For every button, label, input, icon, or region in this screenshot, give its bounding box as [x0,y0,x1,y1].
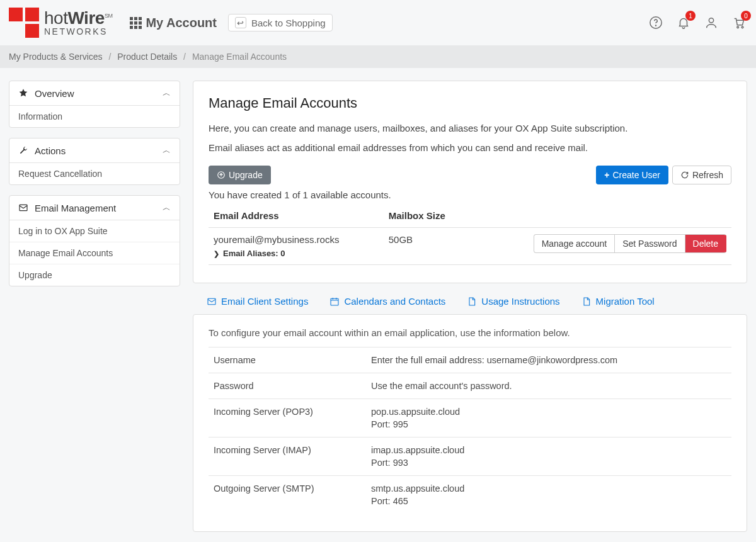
email-aliases-toggle[interactable]: ❯Email Aliases: 0 [214,249,379,258]
star-icon [18,88,28,98]
back-arrow-icon: ↩ [235,17,246,28]
notifications-icon[interactable]: 1 [675,14,692,31]
sidebar-email-header[interactable]: Email Management ︿ [9,196,180,220]
wrench-icon [18,145,28,155]
plus-icon: + [604,170,609,180]
refresh-button[interactable]: Refresh [672,166,731,184]
breadcrumb-products[interactable]: My Products & Services [9,52,103,62]
tab-usage-instructions[interactable]: Usage Instructions [467,296,559,307]
breadcrumb-details[interactable]: Product Details [117,52,177,62]
document-icon [467,296,477,307]
cart-badge: 0 [741,11,751,21]
set-password-button[interactable]: Set Password [614,234,684,253]
breadcrumb-current: Manage Email Accounts [192,52,287,62]
chevron-up-icon: ︿ [163,145,171,156]
sidebar-overview-header[interactable]: Overview ︿ [9,81,180,106]
manage-account-button[interactable]: Manage account [534,234,615,253]
page-title: Manage Email Accounts [209,95,731,111]
settings-row-imap: Incoming Server (IMAP) imap.us.appsuite.… [209,438,731,476]
svg-point-2 [709,18,713,23]
breadcrumb: My Products & Services / Product Details… [0,45,756,68]
sidebar-item-information[interactable]: Information [9,106,180,127]
svg-rect-8 [331,298,338,305]
svg-rect-7 [208,298,215,304]
envelope-icon [207,296,217,307]
logo[interactable]: hotWireSM NETWORKS [9,8,112,38]
sidebar-actions-panel: Actions ︿ Request Cancellation [9,138,180,185]
settings-row-password: Password Use the email account's passwor… [209,373,731,399]
th-size: Mailbox Size [384,204,470,228]
row-actions: Manage account Set Password Delete [474,234,726,253]
sidebar: Overview ︿ Information Actions ︿ Request… [9,81,180,296]
tab-migration-tool[interactable]: Migration Tool [581,296,655,307]
chevron-right-icon: ❯ [214,250,219,257]
page-desc-1: Here, you can create and manage users, m… [209,121,731,135]
notifications-badge: 1 [685,11,696,21]
sidebar-item-login-ox[interactable]: Log in to OX App Suite [9,220,180,242]
upgrade-button[interactable]: Upgrade [209,166,271,184]
accounts-table: Email Address Mailbox Size youremail@myb… [209,204,731,265]
svg-point-3 [737,26,739,28]
row-email: youremail@mybusiness.rocks [214,234,379,245]
row-size: 50GB [384,228,470,265]
sidebar-item-cancel[interactable]: Request Cancellation [9,163,180,184]
settings-section: Email Client Settings Calendars and Cont… [193,296,747,532]
page-desc-2: Email aliases act as additional email ad… [209,141,731,154]
settings-tabs: Email Client Settings Calendars and Cont… [193,296,747,314]
settings-card: To configure your email account within a… [193,314,747,532]
top-header: hotWireSM NETWORKS My Account ↩ Back to … [0,0,756,45]
upgrade-icon [217,171,226,179]
calendar-icon [329,296,340,307]
svg-point-1 [655,25,656,26]
create-user-button[interactable]: + Create User [596,166,668,184]
sidebar-actions-header[interactable]: Actions ︿ [9,138,180,163]
chevron-up-icon: ︿ [163,202,171,213]
back-to-shopping-button[interactable]: ↩ Back to Shopping [228,14,333,31]
settings-row-smtp: Outgoing Server (SMTP) smtp.us.appsuite.… [209,476,731,514]
logo-mark [9,8,39,38]
manage-email-card: Manage Email Accounts Here, you can crea… [193,81,747,283]
top-right-icons: 1 0 [648,14,747,31]
document-icon [581,296,592,307]
sidebar-item-upgrade[interactable]: Upgrade [9,264,180,286]
table-row: youremail@mybusiness.rocks ❯Email Aliase… [209,228,731,265]
sidebar-email-panel: Email Management ︿ Log in to OX App Suit… [9,195,180,286]
envelope-icon [18,203,28,213]
settings-intro: To configure your email account within a… [209,327,731,338]
settings-table: Username Enter the full email address: u… [209,347,731,514]
th-email: Email Address [209,204,384,228]
svg-point-4 [742,26,743,28]
delete-button[interactable]: Delete [685,234,726,253]
user-icon[interactable] [703,14,719,31]
tab-email-client-settings[interactable]: Email Client Settings [207,296,308,307]
cart-icon[interactable]: 0 [731,14,747,31]
refresh-icon [680,171,689,179]
logo-text: hotWireSM NETWORKS [44,9,112,36]
sidebar-overview-panel: Overview ︿ Information [9,81,180,128]
chevron-up-icon: ︿ [163,88,171,99]
my-account-link[interactable]: My Account [130,16,217,30]
sidebar-item-manage-email[interactable]: Manage Email Accounts [9,242,180,264]
actions-row: Upgrade + Create User Refresh [209,166,731,184]
apps-grid-icon [130,17,142,29]
tab-calendars-contacts[interactable]: Calendars and Contacts [329,296,445,307]
back-label: Back to Shopping [251,18,326,28]
settings-row-username: Username Enter the full email address: u… [209,347,731,373]
account-count: You have created 1 of 1 available accoun… [209,189,731,200]
settings-row-pop3: Incoming Server (POP3) pop.us.appsuite.c… [209,399,731,438]
help-icon[interactable] [648,14,664,31]
my-account-label: My Account [146,16,217,30]
